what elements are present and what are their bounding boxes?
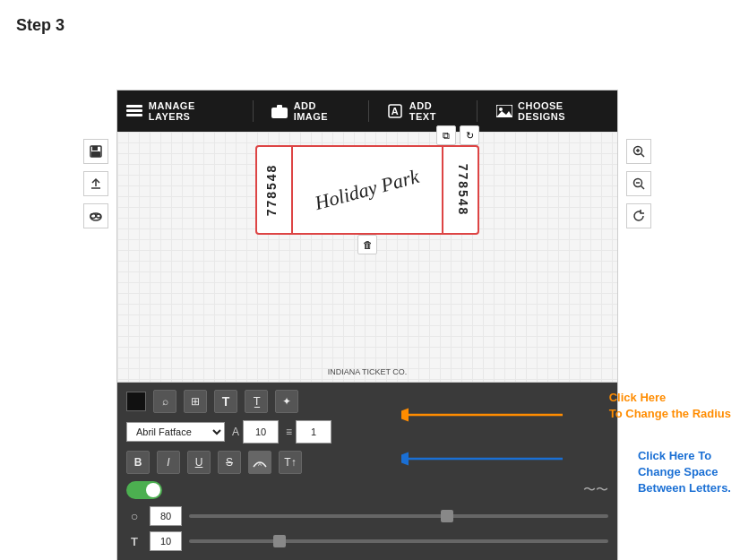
ticket-center-text: Holiday Park <box>313 165 422 215</box>
transform-tool[interactable]: ⌕ <box>153 390 176 413</box>
crop-tool[interactable]: ⊞ <box>184 390 207 413</box>
text-spacing-icon: T <box>126 535 142 548</box>
arrow-orange <box>401 408 563 422</box>
zoom-in-icon[interactable] <box>626 139 651 164</box>
underline-button[interactable]: U <box>187 451 211 474</box>
toolbar-item-add-text[interactable]: A ADD TEXT <box>387 100 459 122</box>
side-icons-left <box>83 132 108 228</box>
underline-tool[interactable]: T̲ <box>245 390 268 413</box>
canvas-wrapper: ⧉ ↻ 778548 Holiday Park 778548 🗑 INDIANA… <box>117 132 617 383</box>
text-up-button[interactable]: T↑ <box>279 451 302 474</box>
svg-rect-12 <box>92 146 98 151</box>
line-height-input[interactable] <box>296 420 331 444</box>
font-size-input[interactable] <box>243 420 279 444</box>
arrow-blue <box>401 452 563 466</box>
text-icon: A <box>387 102 404 120</box>
toolbar-separator-1 <box>253 100 254 122</box>
wave-icon: 〜〜 <box>583 482 608 498</box>
font-select[interactable]: Abril Fatface <box>126 422 225 442</box>
top-toolbar: MANAGE LAYERS ADD IMAGE A ADD TEXT <box>117 90 617 132</box>
svg-text:A: A <box>258 461 262 467</box>
manage-layers-label: MANAGE LAYERS <box>149 100 235 122</box>
add-image-label: ADD IMAGE <box>294 100 350 122</box>
bold-button[interactable]: B <box>126 451 150 474</box>
radius-slider-thumb[interactable] <box>441 510 453 522</box>
annotation-blue: Click Here To Change Space Between Lette… <box>638 448 731 497</box>
annotation-orange: Click Here To Change the Radius <box>609 390 731 422</box>
spacing-value-input[interactable] <box>150 531 182 551</box>
svg-rect-1 <box>126 109 142 112</box>
spacing-slider-thumb[interactable] <box>273 535 286 547</box>
radius-slider-row: ○ <box>126 506 608 526</box>
arc-button[interactable]: A <box>248 451 271 474</box>
canvas-area: ⧉ ↻ 778548 Holiday Park 778548 🗑 INDIANA… <box>117 132 617 383</box>
toggle-row: 〜〜 <box>126 481 608 499</box>
ticket-wrapper: ⧉ ↻ 778548 Holiday Park 778548 🗑 <box>255 145 479 235</box>
radius-value-input[interactable] <box>150 506 182 526</box>
side-icons-right <box>626 132 651 228</box>
toolbar-separator-3 <box>477 100 478 122</box>
rotate-handle[interactable]: ↻ <box>460 125 479 145</box>
rotate-icon[interactable] <box>626 203 651 228</box>
svg-line-20 <box>641 154 645 158</box>
add-text-label: ADD TEXT <box>409 100 459 122</box>
svg-rect-2 <box>126 114 142 116</box>
italic-button[interactable]: I <box>157 451 180 474</box>
circle-icon: ○ <box>126 509 142 523</box>
zoom-out-icon[interactable] <box>626 171 651 196</box>
text-toolbar-row2: Abril Fatface A ≡ <box>126 420 608 444</box>
text-tool-t[interactable]: T <box>214 390 237 413</box>
step-label: Step 3 <box>16 16 65 35</box>
ticket-controls-bottom: 🗑 <box>357 235 377 254</box>
strikethrough-button[interactable]: S <box>218 451 241 474</box>
svg-rect-5 <box>277 105 282 108</box>
svg-marker-10 <box>496 111 512 117</box>
svg-text:A: A <box>392 106 399 116</box>
layers-icon <box>126 102 143 120</box>
toolbar-item-choose-designs[interactable]: CHOOSE DESIGNS <box>495 100 608 122</box>
toolbar-item-add-image[interactable]: ADD IMAGE <box>271 100 350 122</box>
line-height-icon: ≡ <box>286 426 292 438</box>
svg-line-24 <box>641 186 645 190</box>
copy-button[interactable]: ⧉ <box>436 125 456 145</box>
effects-tool[interactable]: ✦ <box>275 390 298 413</box>
camera-icon <box>271 102 288 120</box>
spacing-slider-row: T <box>126 531 608 551</box>
spacing-slider-track[interactable] <box>189 539 608 543</box>
choose-designs-label: CHOOSE DESIGNS <box>518 100 608 122</box>
ticket-subtitle: INDIANA TICKET CO. <box>328 367 408 376</box>
arc-toggle[interactable] <box>126 481 162 499</box>
toolbar-item-manage-layers[interactable]: MANAGE LAYERS <box>126 100 235 122</box>
designs-icon <box>495 102 512 120</box>
svg-rect-0 <box>126 105 142 108</box>
save-icon[interactable] <box>83 139 108 164</box>
font-size-icon: A <box>232 426 239 438</box>
ticket: 778548 Holiday Park 778548 <box>255 145 479 235</box>
ticket-number-right: 778548 <box>456 164 470 217</box>
cloud-icon[interactable] <box>83 203 108 228</box>
color-picker[interactable] <box>126 392 146 411</box>
ticket-number-left: 778548 <box>264 164 279 217</box>
ticket-controls-top: ⧉ ↻ <box>436 125 479 145</box>
svg-point-9 <box>499 108 503 111</box>
toolbar-separator-2 <box>368 100 369 122</box>
radius-slider-track[interactable] <box>189 514 608 518</box>
svg-point-18 <box>97 214 101 218</box>
delete-button[interactable]: 🗑 <box>357 235 377 254</box>
svg-rect-13 <box>91 151 100 157</box>
editor-container: MANAGE LAYERS ADD IMAGE A ADD TEXT <box>116 90 618 560</box>
upload-icon[interactable] <box>83 171 108 196</box>
